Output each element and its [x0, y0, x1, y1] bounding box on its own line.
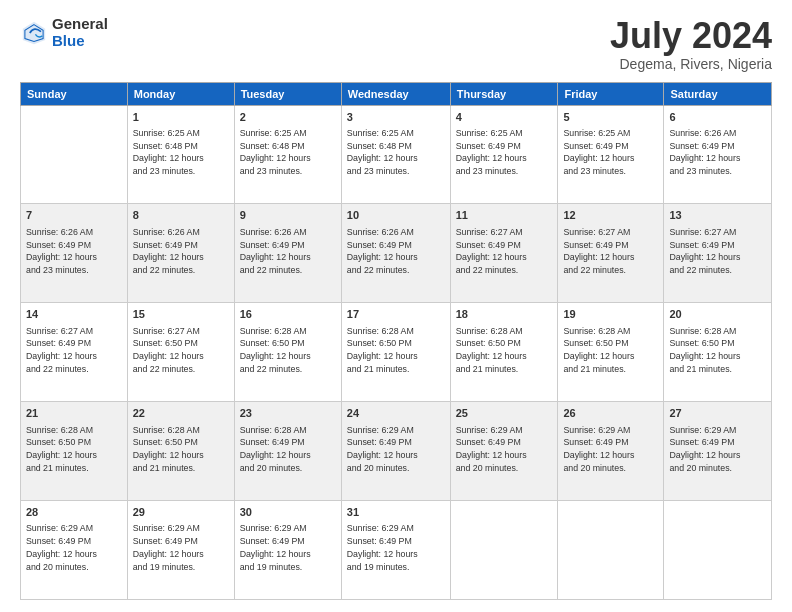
calendar-week-row: 28Sunrise: 6:29 AM Sunset: 6:49 PM Dayli…: [21, 501, 772, 600]
table-row: 24Sunrise: 6:29 AM Sunset: 6:49 PM Dayli…: [341, 402, 450, 501]
day-number: 25: [456, 406, 553, 421]
day-number: 9: [240, 208, 336, 223]
day-info: Sunrise: 6:25 AM Sunset: 6:48 PM Dayligh…: [133, 127, 229, 178]
day-info: Sunrise: 6:28 AM Sunset: 6:50 PM Dayligh…: [456, 325, 553, 376]
day-info: Sunrise: 6:26 AM Sunset: 6:49 PM Dayligh…: [133, 226, 229, 277]
day-info: Sunrise: 6:28 AM Sunset: 6:50 PM Dayligh…: [26, 424, 122, 475]
table-row: 2Sunrise: 6:25 AM Sunset: 6:48 PM Daylig…: [234, 105, 341, 204]
day-number: 22: [133, 406, 229, 421]
header: General Blue July 2024 Degema, Rivers, N…: [20, 16, 772, 72]
col-tuesday: Tuesday: [234, 82, 341, 105]
day-number: 16: [240, 307, 336, 322]
table-row: 27Sunrise: 6:29 AM Sunset: 6:49 PM Dayli…: [664, 402, 772, 501]
day-number: 11: [456, 208, 553, 223]
table-row: 31Sunrise: 6:29 AM Sunset: 6:49 PM Dayli…: [341, 501, 450, 600]
day-number: 1: [133, 110, 229, 125]
day-number: 6: [669, 110, 766, 125]
table-row: 29Sunrise: 6:29 AM Sunset: 6:49 PM Dayli…: [127, 501, 234, 600]
table-row: 5Sunrise: 6:25 AM Sunset: 6:49 PM Daylig…: [558, 105, 664, 204]
day-info: Sunrise: 6:28 AM Sunset: 6:50 PM Dayligh…: [563, 325, 658, 376]
day-number: 13: [669, 208, 766, 223]
table-row: [664, 501, 772, 600]
logo-text: General Blue: [52, 16, 108, 49]
page: General Blue July 2024 Degema, Rivers, N…: [0, 0, 792, 612]
table-row: 16Sunrise: 6:28 AM Sunset: 6:50 PM Dayli…: [234, 303, 341, 402]
table-row: 8Sunrise: 6:26 AM Sunset: 6:49 PM Daylig…: [127, 204, 234, 303]
day-info: Sunrise: 6:25 AM Sunset: 6:48 PM Dayligh…: [347, 127, 445, 178]
table-row: 12Sunrise: 6:27 AM Sunset: 6:49 PM Dayli…: [558, 204, 664, 303]
day-info: Sunrise: 6:27 AM Sunset: 6:50 PM Dayligh…: [133, 325, 229, 376]
day-number: 3: [347, 110, 445, 125]
day-info: Sunrise: 6:27 AM Sunset: 6:49 PM Dayligh…: [26, 325, 122, 376]
table-row: 10Sunrise: 6:26 AM Sunset: 6:49 PM Dayli…: [341, 204, 450, 303]
day-number: 18: [456, 307, 553, 322]
table-row: 4Sunrise: 6:25 AM Sunset: 6:49 PM Daylig…: [450, 105, 558, 204]
title-block: July 2024 Degema, Rivers, Nigeria: [610, 16, 772, 72]
day-info: Sunrise: 6:27 AM Sunset: 6:49 PM Dayligh…: [456, 226, 553, 277]
day-number: 27: [669, 406, 766, 421]
day-number: 5: [563, 110, 658, 125]
day-info: Sunrise: 6:27 AM Sunset: 6:49 PM Dayligh…: [669, 226, 766, 277]
table-row: 30Sunrise: 6:29 AM Sunset: 6:49 PM Dayli…: [234, 501, 341, 600]
table-row: [450, 501, 558, 600]
table-row: 26Sunrise: 6:29 AM Sunset: 6:49 PM Dayli…: [558, 402, 664, 501]
day-info: Sunrise: 6:29 AM Sunset: 6:49 PM Dayligh…: [563, 424, 658, 475]
day-info: Sunrise: 6:29 AM Sunset: 6:49 PM Dayligh…: [133, 522, 229, 573]
day-info: Sunrise: 6:29 AM Sunset: 6:49 PM Dayligh…: [347, 424, 445, 475]
day-info: Sunrise: 6:26 AM Sunset: 6:49 PM Dayligh…: [26, 226, 122, 277]
day-info: Sunrise: 6:29 AM Sunset: 6:49 PM Dayligh…: [240, 522, 336, 573]
day-info: Sunrise: 6:26 AM Sunset: 6:49 PM Dayligh…: [240, 226, 336, 277]
day-info: Sunrise: 6:28 AM Sunset: 6:49 PM Dayligh…: [240, 424, 336, 475]
calendar-week-row: 7Sunrise: 6:26 AM Sunset: 6:49 PM Daylig…: [21, 204, 772, 303]
table-row: 14Sunrise: 6:27 AM Sunset: 6:49 PM Dayli…: [21, 303, 128, 402]
calendar-week-row: 14Sunrise: 6:27 AM Sunset: 6:49 PM Dayli…: [21, 303, 772, 402]
day-number: 7: [26, 208, 122, 223]
day-info: Sunrise: 6:29 AM Sunset: 6:49 PM Dayligh…: [347, 522, 445, 573]
table-row: 6Sunrise: 6:26 AM Sunset: 6:49 PM Daylig…: [664, 105, 772, 204]
month-year: July 2024: [610, 16, 772, 56]
col-thursday: Thursday: [450, 82, 558, 105]
table-row: 25Sunrise: 6:29 AM Sunset: 6:49 PM Dayli…: [450, 402, 558, 501]
day-number: 21: [26, 406, 122, 421]
calendar-table: Sunday Monday Tuesday Wednesday Thursday…: [20, 82, 772, 600]
day-info: Sunrise: 6:28 AM Sunset: 6:50 PM Dayligh…: [669, 325, 766, 376]
table-row: 9Sunrise: 6:26 AM Sunset: 6:49 PM Daylig…: [234, 204, 341, 303]
day-number: 14: [26, 307, 122, 322]
day-info: Sunrise: 6:29 AM Sunset: 6:49 PM Dayligh…: [669, 424, 766, 475]
day-info: Sunrise: 6:25 AM Sunset: 6:49 PM Dayligh…: [456, 127, 553, 178]
table-row: 17Sunrise: 6:28 AM Sunset: 6:50 PM Dayli…: [341, 303, 450, 402]
location: Degema, Rivers, Nigeria: [610, 56, 772, 72]
table-row: 21Sunrise: 6:28 AM Sunset: 6:50 PM Dayli…: [21, 402, 128, 501]
col-wednesday: Wednesday: [341, 82, 450, 105]
calendar-header-row: Sunday Monday Tuesday Wednesday Thursday…: [21, 82, 772, 105]
col-friday: Friday: [558, 82, 664, 105]
day-number: 28: [26, 505, 122, 520]
day-number: 2: [240, 110, 336, 125]
col-saturday: Saturday: [664, 82, 772, 105]
day-info: Sunrise: 6:26 AM Sunset: 6:49 PM Dayligh…: [669, 127, 766, 178]
day-info: Sunrise: 6:26 AM Sunset: 6:49 PM Dayligh…: [347, 226, 445, 277]
table-row: 20Sunrise: 6:28 AM Sunset: 6:50 PM Dayli…: [664, 303, 772, 402]
day-number: 26: [563, 406, 658, 421]
day-number: 24: [347, 406, 445, 421]
day-info: Sunrise: 6:27 AM Sunset: 6:49 PM Dayligh…: [563, 226, 658, 277]
day-number: 4: [456, 110, 553, 125]
day-number: 29: [133, 505, 229, 520]
day-info: Sunrise: 6:25 AM Sunset: 6:49 PM Dayligh…: [563, 127, 658, 178]
table-row: 7Sunrise: 6:26 AM Sunset: 6:49 PM Daylig…: [21, 204, 128, 303]
table-row: 19Sunrise: 6:28 AM Sunset: 6:50 PM Dayli…: [558, 303, 664, 402]
day-number: 8: [133, 208, 229, 223]
table-row: 3Sunrise: 6:25 AM Sunset: 6:48 PM Daylig…: [341, 105, 450, 204]
day-number: 20: [669, 307, 766, 322]
table-row: [558, 501, 664, 600]
day-number: 19: [563, 307, 658, 322]
logo-general: General: [52, 16, 108, 33]
day-number: 12: [563, 208, 658, 223]
table-row: 15Sunrise: 6:27 AM Sunset: 6:50 PM Dayli…: [127, 303, 234, 402]
col-sunday: Sunday: [21, 82, 128, 105]
day-number: 17: [347, 307, 445, 322]
day-number: 23: [240, 406, 336, 421]
logo: General Blue: [20, 16, 108, 49]
table-row: [21, 105, 128, 204]
logo-blue: Blue: [52, 33, 108, 50]
